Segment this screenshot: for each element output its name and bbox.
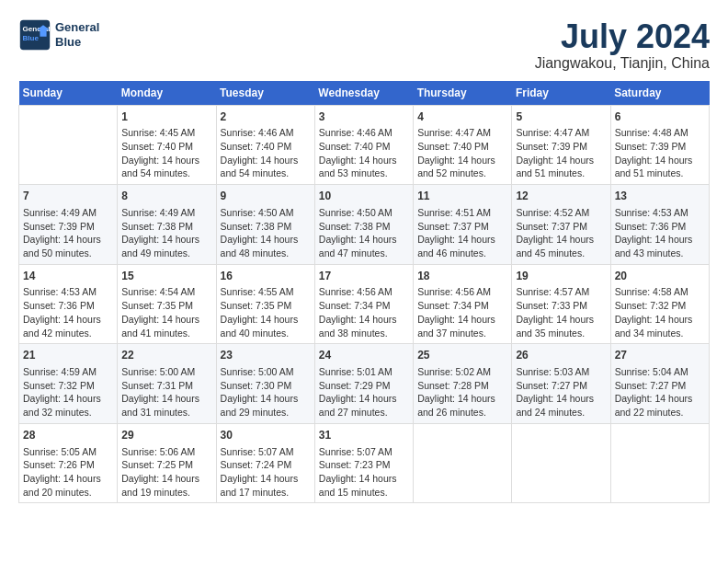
day-number: 14	[23, 269, 113, 284]
day-cell	[414, 423, 512, 503]
day-info: Sunrise: 5:05 AM Sunset: 7:26 PM Dayligh…	[23, 445, 113, 500]
week-row-4: 21Sunrise: 4:59 AM Sunset: 7:32 PM Dayli…	[19, 344, 710, 424]
day-number: 24	[319, 348, 409, 363]
header-thursday: Thursday	[414, 81, 512, 106]
day-info: Sunrise: 5:07 AM Sunset: 7:24 PM Dayligh…	[221, 445, 311, 500]
day-cell: 2Sunrise: 4:46 AM Sunset: 7:40 PM Daylig…	[216, 105, 314, 185]
day-cell: 16Sunrise: 4:55 AM Sunset: 7:35 PM Dayli…	[216, 264, 314, 344]
day-number: 5	[516, 109, 606, 125]
week-row-3: 14Sunrise: 4:53 AM Sunset: 7:36 PM Dayli…	[19, 264, 710, 344]
header-wednesday: Wednesday	[314, 81, 413, 106]
header-row: SundayMondayTuesdayWednesdayThursdayFrid…	[19, 81, 710, 106]
day-info: Sunrise: 5:00 AM Sunset: 7:31 PM Dayligh…	[121, 365, 211, 419]
day-cell: 9Sunrise: 4:50 AM Sunset: 7:38 PM Daylig…	[216, 185, 314, 265]
day-info: Sunrise: 4:50 AM Sunset: 7:38 PM Dayligh…	[221, 206, 311, 260]
header-sunday: Sunday	[19, 81, 118, 106]
day-number: 13	[615, 189, 705, 204]
day-cell: 1Sunrise: 4:45 AM Sunset: 7:40 PM Daylig…	[118, 105, 216, 185]
week-row-1: 1Sunrise: 4:45 AM Sunset: 7:40 PM Daylig…	[19, 105, 710, 185]
day-number: 21	[23, 348, 113, 363]
day-cell: 10Sunrise: 4:50 AM Sunset: 7:38 PM Dayli…	[314, 185, 413, 265]
day-info: Sunrise: 4:46 AM Sunset: 7:40 PM Dayligh…	[221, 126, 311, 180]
day-number: 15	[121, 269, 211, 284]
day-cell: 17Sunrise: 4:56 AM Sunset: 7:34 PM Dayli…	[314, 264, 413, 344]
day-cell: 31Sunrise: 5:07 AM Sunset: 7:23 PM Dayli…	[314, 423, 413, 503]
day-info: Sunrise: 4:55 AM Sunset: 7:35 PM Dayligh…	[221, 285, 311, 339]
day-number: 4	[417, 109, 507, 125]
day-info: Sunrise: 5:01 AM Sunset: 7:29 PM Dayligh…	[319, 365, 409, 419]
day-number: 30	[221, 428, 311, 443]
day-info: Sunrise: 5:03 AM Sunset: 7:27 PM Dayligh…	[516, 365, 606, 419]
day-number: 8	[121, 189, 211, 204]
logo-line1: General	[55, 20, 99, 35]
day-cell: 29Sunrise: 5:06 AM Sunset: 7:25 PM Dayli…	[118, 423, 216, 503]
day-info: Sunrise: 4:58 AM Sunset: 7:32 PM Dayligh…	[615, 285, 705, 339]
page-header: General Blue General Blue July 2024 Jian…	[18, 18, 710, 72]
day-number: 26	[516, 348, 606, 363]
day-info: Sunrise: 4:54 AM Sunset: 7:35 PM Dayligh…	[121, 285, 211, 339]
day-cell: 3Sunrise: 4:46 AM Sunset: 7:40 PM Daylig…	[314, 105, 413, 185]
day-cell: 4Sunrise: 4:47 AM Sunset: 7:40 PM Daylig…	[414, 105, 512, 185]
logo-icon: General Blue	[18, 18, 51, 52]
day-info: Sunrise: 4:49 AM Sunset: 7:39 PM Dayligh…	[23, 206, 113, 260]
day-number: 18	[417, 269, 507, 284]
day-number: 6	[615, 109, 705, 125]
calendar-table: SundayMondayTuesdayWednesdayThursdayFrid…	[18, 81, 710, 504]
day-info: Sunrise: 4:56 AM Sunset: 7:34 PM Dayligh…	[417, 285, 507, 339]
day-cell: 28Sunrise: 5:05 AM Sunset: 7:26 PM Dayli…	[19, 423, 118, 503]
day-number: 2	[221, 109, 311, 125]
header-monday: Monday	[118, 81, 216, 106]
day-cell: 14Sunrise: 4:53 AM Sunset: 7:36 PM Dayli…	[19, 264, 118, 344]
day-number: 22	[121, 348, 211, 363]
week-row-2: 7Sunrise: 4:49 AM Sunset: 7:39 PM Daylig…	[19, 185, 710, 265]
day-cell	[610, 423, 709, 503]
title-area: July 2024 Jiangwakou, Tianjin, China	[535, 18, 710, 72]
day-info: Sunrise: 4:51 AM Sunset: 7:37 PM Dayligh…	[417, 206, 507, 260]
day-cell: 13Sunrise: 4:53 AM Sunset: 7:36 PM Dayli…	[610, 185, 709, 265]
day-number: 1	[121, 109, 211, 125]
day-cell: 12Sunrise: 4:52 AM Sunset: 7:37 PM Dayli…	[512, 185, 610, 265]
svg-text:Blue: Blue	[23, 34, 40, 42]
day-number: 23	[221, 348, 311, 363]
day-cell: 11Sunrise: 4:51 AM Sunset: 7:37 PM Dayli…	[414, 185, 512, 265]
day-info: Sunrise: 5:04 AM Sunset: 7:27 PM Dayligh…	[615, 365, 705, 419]
day-number: 16	[221, 269, 311, 284]
day-cell: 24Sunrise: 5:01 AM Sunset: 7:29 PM Dayli…	[314, 344, 413, 424]
day-info: Sunrise: 4:48 AM Sunset: 7:39 PM Dayligh…	[615, 126, 705, 180]
day-info: Sunrise: 4:53 AM Sunset: 7:36 PM Dayligh…	[23, 285, 113, 339]
day-number: 9	[221, 189, 311, 204]
day-cell: 19Sunrise: 4:57 AM Sunset: 7:33 PM Dayli…	[512, 264, 610, 344]
day-info: Sunrise: 4:50 AM Sunset: 7:38 PM Dayligh…	[319, 206, 409, 260]
day-info: Sunrise: 4:47 AM Sunset: 7:40 PM Dayligh…	[417, 126, 507, 180]
day-number: 27	[615, 348, 705, 363]
day-number: 7	[23, 189, 113, 204]
day-info: Sunrise: 4:46 AM Sunset: 7:40 PM Dayligh…	[319, 126, 409, 180]
day-cell: 18Sunrise: 4:56 AM Sunset: 7:34 PM Dayli…	[414, 264, 512, 344]
main-title: July 2024	[535, 18, 710, 55]
day-number: 28	[23, 428, 113, 443]
header-saturday: Saturday	[610, 81, 709, 106]
day-cell: 30Sunrise: 5:07 AM Sunset: 7:24 PM Dayli…	[216, 423, 314, 503]
day-number: 19	[516, 269, 606, 284]
day-cell	[512, 423, 610, 503]
header-tuesday: Tuesday	[216, 81, 314, 106]
day-info: Sunrise: 4:53 AM Sunset: 7:36 PM Dayligh…	[615, 206, 705, 260]
subtitle: Jiangwakou, Tianjin, China	[535, 55, 710, 72]
day-info: Sunrise: 5:07 AM Sunset: 7:23 PM Dayligh…	[319, 445, 409, 500]
logo: General Blue General Blue	[18, 18, 99, 52]
day-number: 3	[319, 109, 409, 125]
day-number: 29	[121, 428, 211, 443]
day-cell: 7Sunrise: 4:49 AM Sunset: 7:39 PM Daylig…	[19, 185, 118, 265]
logo-line2: Blue	[55, 35, 99, 50]
day-info: Sunrise: 4:45 AM Sunset: 7:40 PM Dayligh…	[121, 126, 211, 180]
day-number: 17	[319, 269, 409, 284]
day-cell: 23Sunrise: 5:00 AM Sunset: 7:30 PM Dayli…	[216, 344, 314, 424]
day-info: Sunrise: 4:57 AM Sunset: 7:33 PM Dayligh…	[516, 285, 606, 339]
day-cell: 15Sunrise: 4:54 AM Sunset: 7:35 PM Dayli…	[118, 264, 216, 344]
header-friday: Friday	[512, 81, 610, 106]
day-cell: 26Sunrise: 5:03 AM Sunset: 7:27 PM Dayli…	[512, 344, 610, 424]
day-number: 25	[417, 348, 507, 363]
day-cell: 25Sunrise: 5:02 AM Sunset: 7:28 PM Dayli…	[414, 344, 512, 424]
day-number: 11	[417, 189, 507, 204]
day-cell: 20Sunrise: 4:58 AM Sunset: 7:32 PM Dayli…	[610, 264, 709, 344]
